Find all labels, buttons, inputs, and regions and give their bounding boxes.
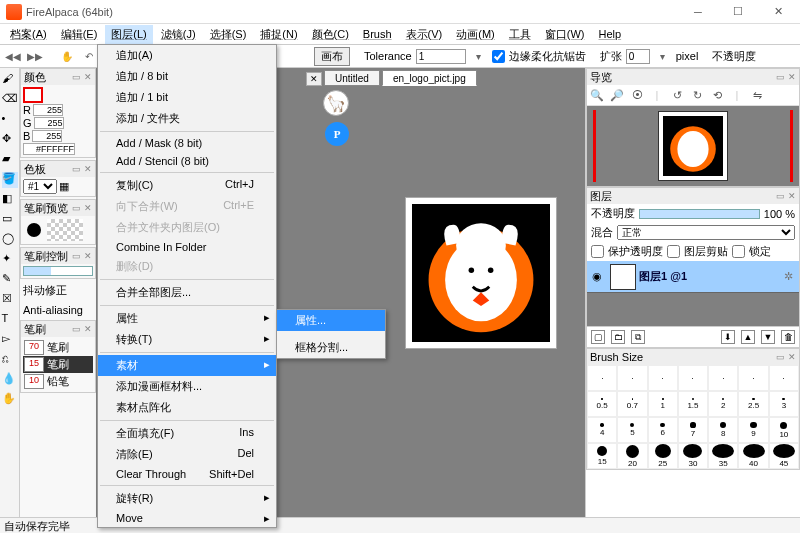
brush-size-cell[interactable]: 2.5 bbox=[738, 391, 768, 417]
brush-size-cell[interactable]: 45 bbox=[769, 443, 799, 469]
brush-size-cell[interactable] bbox=[738, 365, 768, 391]
tab-close-icon[interactable]: ✕ bbox=[306, 72, 322, 86]
stepper-icon[interactable]: ▾ bbox=[654, 47, 672, 65]
menu-3[interactable]: 滤镜(J) bbox=[155, 25, 202, 44]
new-layer-icon[interactable]: ▢ bbox=[591, 330, 605, 344]
zoom-out-icon[interactable]: 🔎 bbox=[610, 88, 624, 102]
menu-9[interactable]: 动画(M) bbox=[450, 25, 501, 44]
menu-2[interactable]: 图层(L) bbox=[105, 25, 152, 44]
bucket-tool-icon[interactable]: 🪣 bbox=[2, 172, 18, 188]
tab-logo[interactable]: en_logo_pict.jpg bbox=[382, 70, 477, 86]
play-fwd-icon[interactable]: ▶▶ bbox=[26, 47, 44, 65]
menu-item[interactable]: Add / Stencil (8 bit) bbox=[98, 152, 276, 170]
menu-item[interactable]: 合并全部图层... bbox=[98, 282, 276, 303]
minimize-button[interactable]: ─ bbox=[678, 1, 718, 23]
extend-input[interactable] bbox=[626, 49, 650, 64]
gradient-tool-icon[interactable]: ◧ bbox=[2, 192, 18, 208]
new-folder-icon[interactable]: 🗀 bbox=[611, 330, 625, 344]
navigator-view[interactable] bbox=[587, 106, 799, 186]
move-down-icon[interactable]: ▼ bbox=[761, 330, 775, 344]
gear-icon[interactable]: ✲ bbox=[784, 270, 793, 283]
menu-8[interactable]: 表示(V) bbox=[400, 25, 449, 44]
brush-size-cell[interactable] bbox=[648, 365, 678, 391]
hand-icon[interactable]: ✋ bbox=[58, 47, 76, 65]
eyedropper-icon[interactable]: 💧 bbox=[2, 372, 18, 388]
menu-11[interactable]: 窗口(W) bbox=[539, 25, 591, 44]
select-rect-icon[interactable]: ▭ bbox=[2, 212, 18, 228]
menu-item[interactable]: 追加 / 8 bit bbox=[98, 66, 276, 87]
rotate-ccw-icon[interactable]: ↺ bbox=[670, 88, 684, 102]
canvas-image[interactable] bbox=[406, 198, 556, 348]
operation-tool-icon[interactable]: ▻ bbox=[2, 332, 18, 348]
brush-tool-icon[interactable]: 🖌 bbox=[2, 72, 18, 88]
brush-size-cell[interactable] bbox=[708, 365, 738, 391]
rotate-cw-icon[interactable]: ↻ bbox=[690, 88, 704, 102]
menu-1[interactable]: 编辑(E) bbox=[55, 25, 104, 44]
undo-icon[interactable]: ↶ bbox=[80, 47, 98, 65]
add-swatch-icon[interactable]: ▦ bbox=[59, 180, 69, 193]
brush-size-cell[interactable]: 30 bbox=[678, 443, 708, 469]
submenu-item[interactable]: 框格分割... bbox=[277, 337, 385, 358]
menu-item[interactable]: 复制(C)Ctrl+J bbox=[98, 175, 276, 196]
brush-row[interactable]: 15笔刷 bbox=[23, 356, 93, 373]
brush-size-cell[interactable]: 0.7 bbox=[617, 391, 647, 417]
menu-item[interactable]: 追加(A) bbox=[98, 45, 276, 66]
menu-item[interactable]: 旋转(R)▸ bbox=[98, 488, 276, 509]
menu-6[interactable]: 颜色(C) bbox=[306, 25, 355, 44]
tolerance-input[interactable] bbox=[416, 49, 466, 64]
divide-tool-icon[interactable]: ⎌ bbox=[2, 352, 18, 368]
brush-size-cell[interactable]: 1.5 bbox=[678, 391, 708, 417]
menu-item[interactable]: 全面填充(F)Ins bbox=[98, 423, 276, 444]
lock-checkbox[interactable] bbox=[732, 245, 745, 258]
select-lasso-icon[interactable]: ◯ bbox=[2, 232, 18, 248]
brush-size-cell[interactable]: 40 bbox=[738, 443, 768, 469]
fill-tool-icon[interactable]: ▰ bbox=[2, 152, 18, 168]
brush-size-cell[interactable]: 9 bbox=[738, 417, 768, 443]
protect-alpha-checkbox[interactable] bbox=[591, 245, 604, 258]
brush-size-cell[interactable] bbox=[617, 365, 647, 391]
menu-item[interactable]: Clear ThroughShift+Del bbox=[98, 465, 276, 483]
brush-size-cell[interactable]: 5 bbox=[617, 417, 647, 443]
zoom-in-icon[interactable]: 🔍 bbox=[590, 88, 604, 102]
menu-item[interactable]: 添加漫画框材料... bbox=[98, 376, 276, 397]
menu-item[interactable]: Combine In Folder bbox=[98, 238, 276, 256]
brush-size-cell[interactable]: 20 bbox=[617, 443, 647, 469]
text-tool-icon[interactable]: T bbox=[2, 312, 18, 328]
opacity-slider[interactable] bbox=[639, 209, 760, 219]
p-badge-icon[interactable]: P bbox=[325, 122, 349, 146]
brush-size-cell[interactable] bbox=[678, 365, 708, 391]
menu-10[interactable]: 工具 bbox=[503, 25, 537, 44]
flip-icon[interactable]: ⇋ bbox=[750, 88, 764, 102]
menu-item[interactable]: 属性▸ bbox=[98, 308, 276, 329]
merge-down-icon[interactable]: ⬇ bbox=[721, 330, 735, 344]
menu-item[interactable]: 追加 / 1 bit bbox=[98, 87, 276, 108]
select-erase-icon[interactable]: ☒ bbox=[2, 292, 18, 308]
submenu-item[interactable]: 属性... bbox=[277, 310, 385, 331]
menu-item[interactable]: 素材点阵化 bbox=[98, 397, 276, 418]
clip-checkbox[interactable] bbox=[667, 245, 680, 258]
menu-item[interactable]: 转换(T)▸ bbox=[98, 329, 276, 350]
dot-tool-icon[interactable]: • bbox=[2, 112, 18, 128]
menu-item[interactable]: Add / Mask (8 bit) bbox=[98, 134, 276, 152]
menu-4[interactable]: 选择(S) bbox=[204, 25, 253, 44]
visibility-icon[interactable]: ◉ bbox=[587, 270, 607, 283]
hand-tool-icon[interactable]: ✋ bbox=[2, 392, 18, 408]
brush-size-cell[interactable]: 1 bbox=[648, 391, 678, 417]
fg-color-swatch[interactable] bbox=[23, 87, 43, 103]
zoom-reset-icon[interactable]: ⦿ bbox=[630, 88, 644, 102]
brush-row[interactable]: 70笔刷 bbox=[23, 339, 93, 356]
menu-item[interactable]: 清除(E)Del bbox=[98, 444, 276, 465]
brush-size-cell[interactable]: 0.5 bbox=[587, 391, 617, 417]
menu-12[interactable]: Help bbox=[593, 26, 628, 42]
brush-size-cell[interactable]: 10 bbox=[769, 417, 799, 443]
brush-size-cell[interactable] bbox=[587, 365, 617, 391]
menu-0[interactable]: 档案(A) bbox=[4, 25, 53, 44]
close-button[interactable]: ✕ bbox=[758, 1, 798, 23]
g-input[interactable] bbox=[34, 117, 64, 129]
antialias-checkbox[interactable] bbox=[492, 50, 505, 63]
menu-7[interactable]: Brush bbox=[357, 26, 398, 42]
delete-layer-icon[interactable]: 🗑 bbox=[781, 330, 795, 344]
brush-size-cell[interactable]: 6 bbox=[648, 417, 678, 443]
brush-size-cell[interactable]: 8 bbox=[708, 417, 738, 443]
r-input[interactable] bbox=[33, 104, 63, 116]
